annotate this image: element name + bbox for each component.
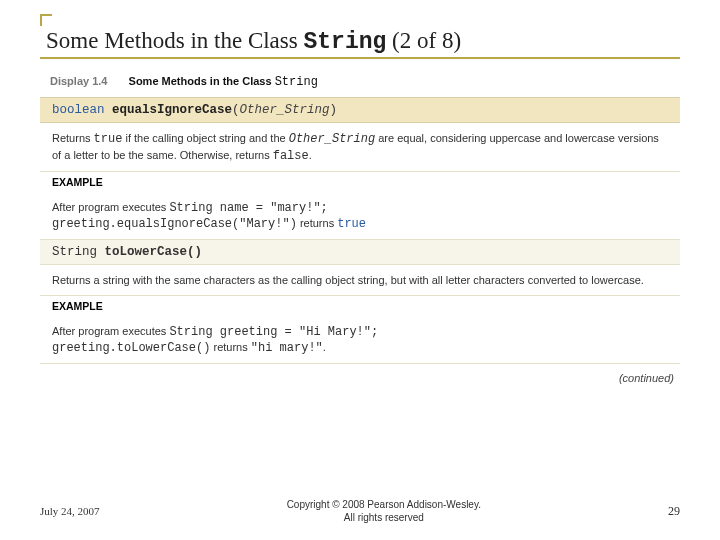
method-name: equalsIgnoreCase [112,103,232,117]
code-false: false [273,149,309,163]
keyword-boolean: boolean [52,103,105,117]
display-text-part: Some Methods in the Class [129,75,275,87]
arg-ref: Other_String [289,132,375,146]
code-true: true [94,132,123,146]
code: String name = "mary!"; [169,201,327,215]
copyright-line1: Copyright © 2008 Pearson Addison-Wesley. [287,499,481,510]
return-type: String [52,245,97,259]
method-arg: Other_String [240,103,330,117]
method2-description: Returns a string with the same character… [40,265,680,294]
example-label-2: EXAMPLE [40,295,680,316]
example-label-1: EXAMPLE [40,171,680,192]
code-result: "hi mary!" [251,341,323,355]
code: String greeting = "Hi Mary!"; [169,325,378,339]
continued-label: (continued) [40,363,680,384]
method-signature-tolowercase: String toLowerCase() [40,239,680,265]
t: . [323,341,326,353]
decorative-corner [40,14,52,26]
t: Returns [52,132,94,144]
t: . [309,149,312,161]
display-mono: String [275,75,318,89]
display-label: Display 1.4 [50,75,107,87]
display-text: Some Methods in the Class String [129,75,318,87]
footer-copyright: Copyright © 2008 Pearson Addison-Wesley.… [100,498,668,524]
t: returns [297,217,337,229]
title-suffix: (2 of 8) [386,28,461,53]
code: greeting.equalsIgnoreCase("Mary!") [52,217,297,231]
title-prefix: Some Methods in the Class [46,28,303,53]
page-number: 29 [668,504,680,519]
copyright-line2: All rights reserved [344,512,424,523]
t: After program executes [52,325,169,337]
method1-description: Returns true if the calling object strin… [40,123,680,171]
title-underline [40,57,680,59]
t: if the calling object string and the [122,132,288,144]
title-class-name: String [303,29,386,55]
method1-example: After program executes String name = "ma… [40,192,680,240]
method2-example: After program executes String greeting =… [40,316,680,364]
t: After program executes [52,201,169,213]
footer-date: July 24, 2007 [40,505,100,517]
t: returns [210,341,250,353]
page-title: Some Methods in the Class String (2 of 8… [40,28,680,55]
code: greeting.toLowerCase() [52,341,210,355]
display-header: Display 1.4 Some Methods in the Class St… [40,71,680,97]
method-signature-equalsignorecase: boolean equalsIgnoreCase(Other_String) [40,97,680,123]
method-name: toLowerCase() [105,245,203,259]
code-true: true [337,217,366,231]
footer: July 24, 2007 Copyright © 2008 Pearson A… [40,498,680,524]
